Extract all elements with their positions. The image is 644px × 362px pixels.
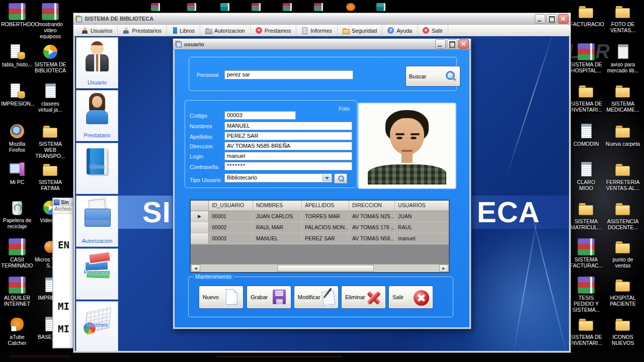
table-row[interactable]: ▶ 00001 JUAN CARLOS TORRES MAR AV TOMAS … (191, 211, 449, 222)
desktop-icon[interactable]: SISTEMA MEDICAME... (605, 82, 641, 113)
close-button[interactable] (558, 14, 569, 24)
desktop-icon[interactable]: tabla_histo... (1, 43, 33, 67)
minimize-button[interactable] (535, 14, 545, 24)
login-input[interactable]: manuel (224, 152, 352, 160)
desktop-icon[interactable]: CASII TERMINADO (1, 238, 33, 268)
main-titlebar[interactable]: SISTEMA DE BIBLIOTECA (73, 13, 571, 25)
sidebar-item-usuario[interactable]: Usuario (76, 37, 118, 88)
desktop-icon[interactable]: COMODIN (570, 123, 602, 147)
sidebar-item-informes[interactable]: Informes (76, 301, 118, 351)
nombres-input[interactable]: MANUEL (224, 122, 352, 130)
toolbar-item-usuarios[interactable]: Usuarios (76, 25, 118, 36)
grid-cell[interactable]: AV TOMAS 178 ... (349, 222, 395, 233)
grabar-button[interactable]: Grabar (247, 286, 291, 309)
desktop-icon[interactable]: CLARO MIOO (570, 161, 602, 191)
grid-cell[interactable]: AV TOMAS N25... (349, 211, 395, 222)
usuario-minimize-button[interactable] (435, 39, 446, 49)
scroll-left-arrow[interactable]: ◀ (191, 264, 200, 272)
desktop-icon[interactable]: SISTEMA DE BIBLIOTECA (34, 43, 66, 73)
sidebar-item-libros[interactable]: Libros (76, 143, 118, 194)
desktop-icon[interactable]: SISTEMA DE HOSPITAL... (570, 43, 602, 73)
desktop-icon[interactable]: ROBERTHOOO (1, 3, 33, 27)
salir-button[interactable]: Salir (388, 286, 433, 309)
desktop-icon[interactable]: clasees virtual ja... (34, 82, 66, 113)
desktop-icon[interactable]: punto de ventas (605, 238, 641, 268)
grid-cell[interactable]: manuel (395, 233, 447, 244)
usuario-close-button[interactable] (458, 39, 469, 49)
grid-cell[interactable]: AV TOMAS N58... (349, 233, 395, 244)
desktop-icon[interactable]: SISTEMA DE INVENTARI... (570, 316, 602, 346)
grid-cell[interactable]: RAUL (395, 222, 447, 233)
desktop-icon[interactable]: SISTEMA WEB TRANSPO... (34, 123, 66, 159)
grid-cell[interactable]: 00001 (209, 211, 253, 222)
sidebar-item-autorizacion[interactable]: Autorizacion (76, 196, 118, 247)
grid-cell[interactable]: PEREZ SAR (302, 233, 349, 244)
desktop-icon[interactable]: SISTEMA MATRICUL... (570, 200, 602, 230)
chevron-down-icon[interactable] (323, 174, 331, 182)
grid-cell[interactable]: JUAN (395, 211, 447, 222)
contrasena-input[interactable]: ******* (224, 162, 352, 170)
personal-input[interactable]: perez sar (224, 70, 353, 79)
desktop-icon[interactable]: aviso para mercado lib... (605, 43, 641, 73)
desktop-icon[interactable]: SISTEMA FACTURAC... (570, 238, 602, 268)
toolbar-item-prestamos[interactable]: Prestamos (251, 25, 297, 36)
grid-cell[interactable]: MANUEL (253, 233, 302, 244)
toolbar-item-libros[interactable]: Libros (167, 25, 200, 36)
desktop-icon[interactable]: FERRETERIA VENTAS-AL... (605, 161, 641, 191)
grid-cell[interactable]: PALACIOS MON... (302, 222, 349, 233)
tipo-usuario-search-button[interactable] (334, 173, 347, 184)
grid-column-header[interactable]: NOMBRES (253, 201, 302, 211)
desktop-icon[interactable]: ICONOS NUEVOS (605, 316, 641, 346)
table-row[interactable]: 00002 RAUL MAR PALACIOS MON... AV TOMAS … (191, 222, 449, 233)
toolbar-item-seguridad[interactable]: Seguridad (338, 25, 382, 36)
grid-column-header[interactable]: USUARIOS (395, 201, 447, 211)
grid-hscrollbar[interactable]: ◀ ▶ (191, 264, 449, 272)
toolbar-item-salir[interactable]: ×Salir (418, 25, 448, 36)
desktop-icon[interactable]: aTube Catcher (1, 316, 33, 346)
buscar-button[interactable]: Buscar (406, 66, 460, 86)
row-selector[interactable]: ▶ (191, 211, 209, 222)
desktop-icon[interactable]: FOTO DE VENTAS... (605, 3, 641, 33)
desktop-icon[interactable]: SISTEMA FATIMA (34, 161, 66, 191)
toolbar-item-ayuda[interactable]: ?Ayuda (382, 25, 418, 36)
desktop-icon[interactable]: Mozilla Firefox (1, 123, 33, 153)
row-selector[interactable] (191, 222, 209, 233)
sidebar-item-prestamos[interactable]: Prestamos (76, 248, 118, 300)
grid-column-header[interactable]: DIRECCION (349, 201, 395, 211)
grid-column-header[interactable]: ID_USUARIO (209, 201, 253, 211)
desktop-icon[interactable]: Papelera de reciclaje (1, 199, 33, 229)
desktop-icon[interactable]: Nueva carpeta (605, 123, 641, 147)
desktop-icon[interactable]: HOSPITAL PACIENTE (605, 277, 641, 307)
toolbar-item-informes[interactable]: Informes (296, 25, 338, 36)
modificar-button[interactable]: Modificar (294, 286, 339, 309)
maximize-button[interactable] (546, 14, 557, 24)
grid-column-header[interactable]: APELLIDOS (302, 201, 349, 211)
usuario-maximize-button[interactable] (447, 39, 457, 49)
sidebar-item-prestatario[interactable]: Prestatario (76, 90, 118, 141)
nuevo-button[interactable]: Nuevo (199, 286, 244, 309)
desktop-icon[interactable]: IMPRESION... (1, 82, 33, 107)
desktop-icon[interactable]: mostrando video equiposs (34, 3, 66, 39)
usuario-titlebar[interactable]: usuario (173, 39, 471, 50)
desktop-icon[interactable]: Mi PC (1, 161, 33, 185)
desktop-icon[interactable]: FACTURACIO (570, 3, 602, 27)
tipo-usuario-combo[interactable]: Bibliotecario (224, 173, 332, 183)
grid-cell[interactable]: TORRES MAR (302, 211, 349, 222)
desktop-icon[interactable]: ASISTENCIA DOCENTE... (605, 200, 641, 230)
desktop-icon[interactable]: TESIS PEDIDO Y SISTEMA... (570, 277, 602, 313)
direccion-input[interactable]: AV TOMAS N585 BREÑA (224, 142, 352, 150)
row-selector[interactable] (191, 233, 209, 244)
grid-cell[interactable]: 00002 (209, 222, 253, 233)
eliminar-button[interactable]: Eliminar (341, 286, 386, 309)
scroll-right-arrow[interactable]: ▶ (439, 264, 448, 272)
grid-cell[interactable]: 00003 (209, 233, 253, 244)
toolbar-item-autorizacion[interactable]: Autorizacion (200, 25, 251, 36)
grid-cell[interactable]: JUAN CARLOS (253, 211, 302, 222)
codigo-input[interactable]: 00003 (224, 111, 296, 120)
apellidos-input[interactable]: PEREZ SAR (224, 132, 352, 140)
toolbar-item-prestatarios[interactable]: Prestatarios (118, 25, 167, 36)
scroll-thumb[interactable] (277, 265, 374, 272)
desktop-icon[interactable]: ALQUILER INTERNET (1, 277, 33, 307)
desktop-icon[interactable]: SISTEMA DE INVENTARI... (570, 82, 602, 113)
grid-cell[interactable]: RAUL MAR (253, 222, 302, 233)
